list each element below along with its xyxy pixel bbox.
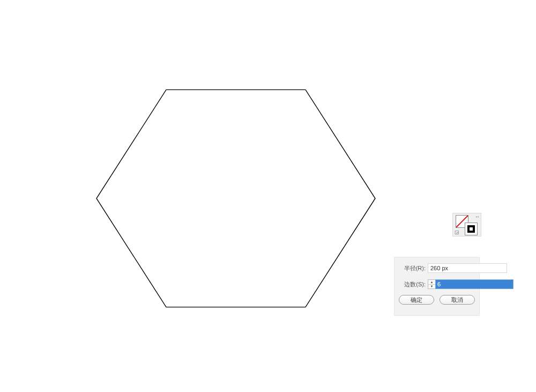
radius-label: 半径(R): [399, 264, 428, 272]
stroke-swatch[interactable] [465, 223, 478, 235]
polygon-dialog: 半径(R): 边数(S): ▲ ▼ 确定 取消 [394, 257, 480, 316]
spinner-down-icon[interactable]: ▼ [428, 285, 435, 289]
spinner-up-icon[interactable]: ▲ [428, 280, 435, 285]
sides-label: 边数(S): [399, 280, 428, 289]
hexagon-shape[interactable] [96, 90, 375, 307]
ok-button[interactable]: 确定 [399, 295, 434, 305]
sides-spinner-buttons[interactable]: ▲ ▼ [428, 279, 435, 289]
stroke-swatch-inner [467, 225, 475, 233]
dialog-button-row: 确定 取消 [399, 295, 475, 305]
radius-row: 半径(R): [399, 263, 475, 273]
sides-input[interactable] [435, 279, 513, 289]
drawing-canvas[interactable] [0, 0, 536, 392]
cancel-button[interactable]: 取消 [440, 295, 475, 305]
default-fill-stroke-icon[interactable]: ◲ [455, 230, 459, 235]
radius-input[interactable] [428, 263, 507, 273]
sides-spinner[interactable]: ▲ ▼ [428, 279, 513, 289]
swap-fill-stroke-icon[interactable]: ↔ [475, 215, 480, 219]
fill-stroke-indicator[interactable]: ↔ ◲ [452, 213, 481, 236]
sides-row: 边数(S): ▲ ▼ [399, 279, 475, 290]
